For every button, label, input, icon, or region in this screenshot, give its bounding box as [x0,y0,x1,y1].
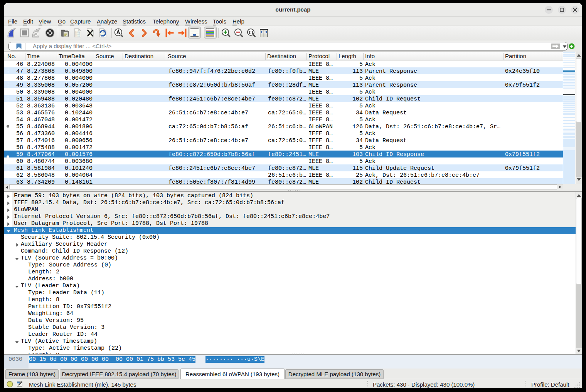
svg-text:0111: 0111 [75,35,80,37]
